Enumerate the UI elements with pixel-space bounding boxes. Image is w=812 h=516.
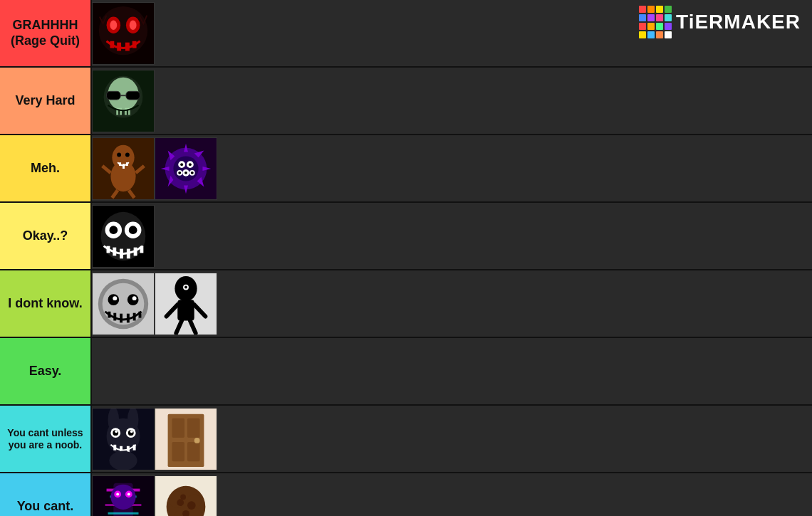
svg-point-95 [115, 430, 118, 433]
svg-point-4 [110, 20, 117, 30]
svg-rect-26 [123, 164, 125, 169]
logo-cell [639, 31, 646, 38]
okay-image [92, 205, 155, 268]
logo-cell [639, 14, 646, 21]
svg-rect-104 [172, 418, 184, 437]
logo-cell [647, 23, 655, 30]
svg-point-52 [191, 171, 194, 174]
svg-rect-106 [172, 441, 184, 460]
logo-cell [656, 14, 663, 21]
logo-cell [665, 31, 672, 38]
svg-rect-77 [139, 311, 142, 317]
tier-row-meh: Meh. [0, 135, 812, 203]
svg-rect-74 [120, 313, 123, 322]
svg-rect-72 [108, 311, 111, 317]
svg-point-58 [129, 226, 137, 234]
logo-grid [639, 6, 672, 38]
svg-rect-6 [110, 41, 114, 48]
logo-cell [665, 23, 672, 30]
svg-point-57 [109, 226, 118, 234]
svg-point-96 [130, 430, 133, 433]
logo-cell [665, 14, 672, 21]
svg-rect-13 [107, 91, 121, 100]
svg-rect-9 [132, 41, 137, 48]
tiermaker-logo: TiERMAKER [639, 6, 801, 38]
svg-point-120 [127, 493, 130, 495]
meh-image2 [155, 137, 217, 200]
logo-cell [639, 6, 646, 13]
svg-point-125 [170, 491, 186, 507]
svg-point-132 [180, 494, 186, 500]
svg-point-130 [187, 501, 196, 510]
svg-rect-97 [113, 444, 116, 450]
logo-cell [665, 6, 672, 13]
svg-rect-8 [125, 42, 130, 51]
idontknow-image2 [155, 273, 217, 335]
cant-image2 [155, 475, 217, 517]
svg-rect-63 [134, 247, 137, 256]
svg-rect-76 [133, 312, 136, 320]
svg-point-48 [180, 163, 183, 166]
svg-point-86 [184, 285, 187, 288]
tier-row-easy: Easy. [0, 338, 812, 406]
idontknow-image1 [92, 273, 155, 335]
logo-cell [647, 14, 655, 21]
svg-rect-62 [127, 248, 130, 258]
tier-row-okay: Okay..? [0, 203, 812, 270]
svg-rect-100 [133, 444, 136, 450]
tier-label-rage: GRAHHHH (Rage Quit) [0, 0, 90, 66]
logo-cell [656, 23, 663, 30]
svg-point-49 [189, 163, 192, 166]
tier-content-idontknow [90, 270, 812, 337]
svg-rect-107 [187, 441, 200, 460]
svg-point-129 [177, 499, 184, 506]
svg-point-50 [184, 171, 187, 174]
svg-rect-75 [127, 313, 130, 322]
logo-cell [639, 23, 646, 30]
svg-rect-27 [126, 162, 128, 166]
header: TiERMAKER [628, 0, 812, 44]
svg-point-119 [116, 493, 119, 495]
tier-label-noob: You cant unless you are a noob. [0, 406, 90, 472]
svg-rect-14 [126, 91, 140, 100]
tier-row-cant: You cant. [0, 473, 812, 516]
tier-label-idontknow: I dont know. [0, 270, 90, 337]
tier-content-meh [90, 135, 812, 201]
tier-content-cant [90, 473, 812, 516]
tier-label-meh: Meh. [0, 135, 90, 201]
svg-point-101 [109, 451, 137, 470]
svg-rect-105 [187, 418, 200, 437]
tier-label-easy: Easy. [0, 338, 90, 404]
svg-rect-59 [107, 246, 110, 253]
svg-point-42 [173, 156, 198, 181]
svg-point-24 [125, 152, 130, 157]
tier-row-veryhard: Very Hard [0, 68, 812, 135]
svg-rect-80 [177, 300, 194, 320]
svg-rect-114 [108, 512, 139, 514]
logo-cell [647, 31, 655, 38]
cant-image1 [92, 475, 155, 517]
svg-rect-60 [113, 247, 116, 256]
tier-row-noob: You cant unless you are a noob. [0, 406, 812, 473]
logo-cell [656, 6, 663, 13]
svg-point-70 [113, 296, 117, 300]
tier-label-cant: You cant. [0, 473, 90, 516]
tier-content-easy [90, 338, 812, 404]
svg-point-51 [178, 171, 181, 174]
svg-point-71 [132, 296, 137, 300]
rage-monster-image [92, 2, 155, 65]
tier-table: GRAHHHH (Rage Quit) [0, 0, 812, 516]
svg-rect-73 [113, 312, 116, 320]
svg-point-116 [110, 484, 135, 509]
logo-text: TiERMAKER [676, 11, 801, 33]
tier-content-noob [90, 406, 812, 472]
veryhard-image [92, 70, 155, 132]
svg-rect-7 [117, 42, 121, 51]
tier-content-veryhard [90, 68, 812, 134]
svg-point-5 [130, 20, 137, 30]
svg-point-23 [117, 152, 121, 157]
svg-point-108 [194, 438, 200, 443]
noob-image2 [155, 408, 217, 470]
logo-cell [647, 6, 655, 13]
noob-image1 [92, 408, 155, 470]
